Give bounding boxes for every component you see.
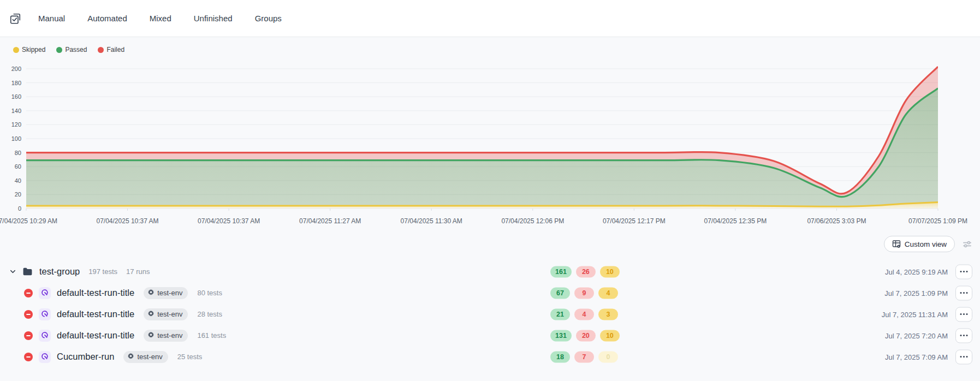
legend-label: Failed bbox=[106, 46, 124, 53]
svg-text:140: 140 bbox=[11, 108, 21, 114]
environment-badge: test-env bbox=[144, 330, 188, 342]
run-avatar-icon bbox=[39, 330, 51, 342]
environment-badge: test-env bbox=[123, 351, 168, 363]
test-run-row[interactable]: default-test-run-titletest-env80 tests67… bbox=[0, 282, 980, 303]
test-run-row[interactable]: default-test-run-titletest-env161 tests1… bbox=[0, 325, 980, 346]
environment-label: test-env bbox=[157, 331, 182, 340]
row-menu-button[interactable] bbox=[955, 328, 972, 343]
x-axis-tick-label: 07/04/2025 11:30 AM bbox=[401, 217, 462, 225]
passed-count-badge: 161 bbox=[550, 266, 572, 277]
x-axis-tick-label: 07/04/2025 10:37 AM bbox=[97, 217, 159, 225]
svg-text:100: 100 bbox=[11, 135, 21, 142]
tests-count-label: 25 tests bbox=[177, 353, 203, 361]
x-axis-tick-label: 07/04/2025 11:27 AM bbox=[299, 217, 361, 225]
status-blocked-icon bbox=[24, 289, 33, 297]
passed-count-badge: 67 bbox=[550, 287, 570, 299]
row-right-content: Jul 7, 2025 7:09 AM bbox=[885, 349, 972, 364]
legend-label: Passed bbox=[65, 46, 87, 53]
row-right-content: Jul 4, 2025 9:19 AM bbox=[885, 264, 972, 279]
svg-text:40: 40 bbox=[15, 177, 21, 184]
tab-unfinished[interactable]: Unfinished bbox=[194, 11, 233, 25]
svg-text:160: 160 bbox=[11, 93, 21, 100]
test-run-row[interactable]: Cucumber-runtest-env25 tests1870Jul 7, 2… bbox=[0, 346, 980, 367]
result-badges: 1312010 bbox=[550, 330, 620, 341]
x-axis-tick-label: 07/04/2025 12:06 PM bbox=[501, 217, 564, 225]
test-run-row[interactable]: default-test-run-titletest-env28 tests21… bbox=[0, 303, 980, 325]
result-badges: 1870 bbox=[550, 351, 618, 362]
skipped-count-badge: 10 bbox=[600, 330, 620, 341]
status-blocked-icon bbox=[24, 310, 33, 319]
gear-icon bbox=[147, 310, 155, 319]
custom-view-label: Custom view bbox=[905, 240, 947, 248]
tests-count-label: 80 tests bbox=[197, 289, 222, 297]
run-title: default-test-run-title bbox=[57, 330, 134, 341]
chevron-down-icon[interactable] bbox=[9, 267, 17, 276]
tab-mixed[interactable]: Mixed bbox=[150, 11, 171, 25]
legend-item-passed[interactable]: Passed bbox=[56, 46, 87, 53]
tab-manual[interactable]: Manual bbox=[38, 11, 65, 25]
x-axis-tick-label: 07/04/2025 12:35 PM bbox=[704, 217, 767, 225]
row-menu-button[interactable] bbox=[955, 349, 972, 364]
topbar: ManualAutomatedMixedUnfinishedGroups bbox=[0, 0, 980, 37]
run-date: Jul 4, 2025 9:19 AM bbox=[885, 267, 948, 276]
status-blocked-icon bbox=[24, 353, 33, 361]
test-results-chart: 020406080100120140160180200 07/04/2025 1… bbox=[0, 57, 980, 228]
x-axis-tick-label: 07/06/2025 3:03 PM bbox=[807, 217, 866, 225]
filters-sliders-icon[interactable] bbox=[962, 239, 972, 249]
folder-icon bbox=[22, 267, 33, 276]
svg-text:60: 60 bbox=[15, 163, 21, 170]
row-menu-button[interactable] bbox=[955, 285, 972, 300]
legend-item-failed[interactable]: Failed bbox=[98, 46, 124, 53]
area-chart-canvas: 020406080100120140160180200 bbox=[0, 57, 980, 215]
run-avatar-icon bbox=[39, 287, 51, 299]
result-badges: 2143 bbox=[550, 308, 618, 320]
list-toolbar: Custom view bbox=[0, 236, 980, 252]
gear-icon bbox=[147, 331, 155, 340]
tests-count-label: 28 tests bbox=[197, 310, 222, 318]
legend-dot-skipped bbox=[13, 47, 19, 53]
failed-count-badge: 7 bbox=[574, 351, 594, 362]
run-avatar-icon bbox=[39, 351, 51, 363]
checklist-icon[interactable] bbox=[9, 12, 22, 25]
run-title: default-test-run-title bbox=[57, 288, 134, 298]
row-left-content: default-test-run-titletest-env161 tests bbox=[0, 330, 226, 342]
row-left-content: default-test-run-titletest-env80 tests bbox=[0, 287, 222, 299]
tests-count-label: 161 tests bbox=[197, 331, 226, 340]
status-blocked-icon bbox=[24, 331, 33, 340]
skipped-count-badge: 4 bbox=[598, 287, 618, 299]
environment-label: test-env bbox=[157, 289, 182, 297]
passed-count-badge: 18 bbox=[550, 351, 570, 362]
run-date: Jul 7, 2025 7:09 AM bbox=[885, 353, 948, 361]
svg-text:180: 180 bbox=[11, 80, 21, 86]
result-badges: 1612610 bbox=[550, 266, 620, 277]
tab-groups[interactable]: Groups bbox=[255, 11, 282, 25]
svg-text:20: 20 bbox=[15, 191, 21, 198]
run-date: Jul 7, 2025 1:09 PM bbox=[884, 289, 948, 297]
row-menu-button[interactable] bbox=[955, 264, 972, 279]
row-right-content: Jul 7, 2025 11:31 AM bbox=[882, 307, 972, 322]
tab-automated[interactable]: Automated bbox=[87, 11, 127, 25]
run-date: Jul 7, 2025 11:31 AM bbox=[882, 310, 948, 318]
row-right-content: Jul 7, 2025 1:09 PM bbox=[884, 285, 972, 300]
x-axis-tick-label: 07/04/2025 12:17 PM bbox=[603, 217, 666, 225]
result-badges: 6794 bbox=[550, 287, 618, 299]
row-left-content: default-test-run-titletest-env28 tests bbox=[0, 308, 222, 320]
passed-count-badge: 21 bbox=[550, 308, 570, 320]
skipped-count-badge: 10 bbox=[600, 266, 620, 277]
row-left-content: test-group197 tests17 runs bbox=[0, 266, 150, 277]
row-menu-button[interactable] bbox=[955, 307, 972, 322]
passed-count-badge: 131 bbox=[550, 330, 572, 341]
gear-icon bbox=[127, 353, 134, 361]
environment-label: test-env bbox=[157, 310, 182, 318]
svg-text:120: 120 bbox=[11, 121, 21, 128]
table-gear-icon bbox=[892, 240, 901, 248]
custom-view-button[interactable]: Custom view bbox=[884, 236, 955, 252]
x-axis-tick-label: 07/04/2025 10:37 AM bbox=[198, 217, 260, 225]
failed-count-badge: 4 bbox=[574, 308, 594, 320]
group-row[interactable]: test-group197 tests17 runs1612610Jul 4, … bbox=[0, 261, 980, 282]
legend-item-skipped[interactable]: Skipped bbox=[13, 46, 45, 53]
skipped-count-badge: 3 bbox=[598, 308, 618, 320]
run-date: Jul 7, 2025 7:20 AM bbox=[885, 331, 948, 340]
group-title: test-group bbox=[39, 266, 80, 277]
environment-badge: test-env bbox=[144, 287, 188, 299]
